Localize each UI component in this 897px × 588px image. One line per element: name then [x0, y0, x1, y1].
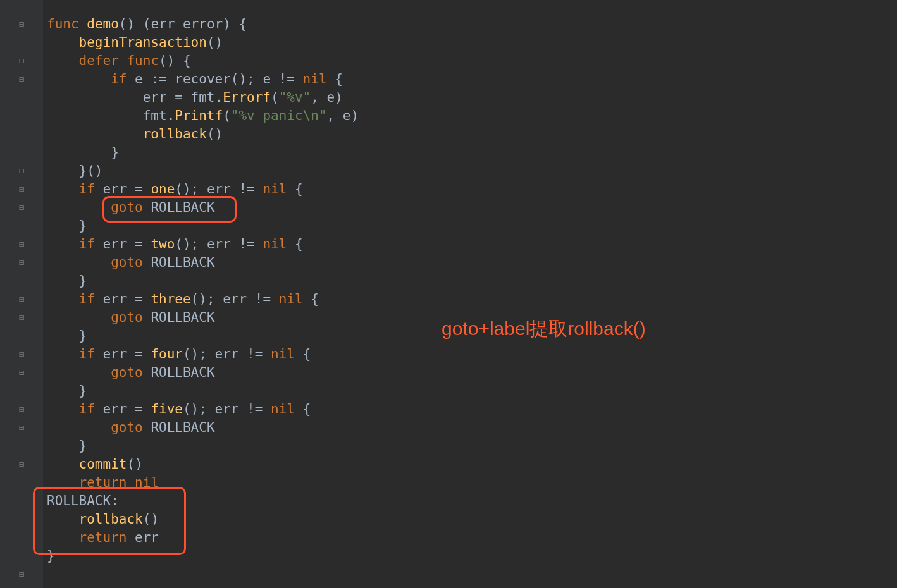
gutter: ⊟ ⊟ ⊟ ⊟ ⊟ ⊟ ⊟ ⊟ ⊟ ⊟ ⊟ ⊟ ⊟ ⊟ ⊟: [0, 0, 43, 588]
code-line[interactable]: goto ROLLBACK: [47, 364, 897, 382]
code-line[interactable]: }: [47, 217, 897, 235]
fold-icon[interactable]: ⊟: [19, 455, 24, 474]
code-line[interactable]: }: [47, 382, 897, 400]
code-line[interactable]: goto ROLLBACK: [47, 199, 897, 217]
fold-icon[interactable]: ⊟: [19, 180, 24, 199]
code-line[interactable]: if err = three(); err != nil {: [47, 290, 897, 309]
code-line[interactable]: if err = five(); err != nil {: [47, 400, 897, 419]
code-editor: ⊟ ⊟ ⊟ ⊟ ⊟ ⊟ ⊟ ⊟ ⊟ ⊟ ⊟ ⊟ ⊟ ⊟ ⊟: [0, 0, 897, 588]
fold-icon[interactable]: ⊟: [19, 309, 24, 327]
code-line[interactable]: return err: [47, 529, 897, 547]
code-line[interactable]: }: [47, 437, 897, 455]
code-line[interactable]: goto ROLLBACK: [47, 254, 897, 272]
code-line[interactable]: if err = two(); err != nil {: [47, 235, 897, 254]
code-line[interactable]: if err = one(); err != nil {: [47, 180, 897, 199]
fold-icon[interactable]: ⊟: [19, 400, 24, 419]
fold-icon[interactable]: ⊟: [19, 565, 24, 584]
fold-icon[interactable]: ⊟: [19, 254, 24, 272]
code-line[interactable]: }(): [47, 162, 897, 180]
code-line[interactable]: beginTransaction(): [47, 34, 897, 52]
fold-icon[interactable]: ⊟: [19, 15, 24, 34]
code-line[interactable]: }: [47, 272, 897, 290]
fold-icon[interactable]: ⊟: [19, 419, 24, 437]
code-line[interactable]: func demo() (err error) {: [47, 15, 897, 34]
code-line[interactable]: if err = four(); err != nil {: [47, 345, 897, 364]
code-line[interactable]: if e := recover(); e != nil {: [47, 70, 897, 89]
fold-icon[interactable]: ⊟: [19, 364, 24, 382]
fold-icon[interactable]: ⊟: [19, 345, 24, 364]
code-line[interactable]: }: [47, 547, 897, 565]
code-line[interactable]: defer func() {: [47, 52, 897, 70]
code-line[interactable]: rollback(): [47, 125, 897, 144]
code-line[interactable]: err = fmt.Errorf("%v", e): [47, 89, 897, 107]
code-area[interactable]: func demo() (err error) { beginTransacti…: [43, 0, 897, 588]
fold-icon[interactable]: ⊟: [19, 162, 24, 180]
code-line[interactable]: ROLLBACK:: [47, 492, 897, 510]
annotation-callout: goto+label提取rollback(): [442, 316, 646, 342]
code-line[interactable]: rollback(): [47, 510, 897, 529]
fold-icon[interactable]: ⊟: [19, 199, 24, 217]
fold-icon[interactable]: ⊟: [19, 290, 24, 309]
fold-icon[interactable]: ⊟: [19, 52, 24, 70]
code-line[interactable]: }: [47, 144, 897, 162]
code-line[interactable]: fmt.Printf("%v panic\n", e): [47, 107, 897, 125]
code-line[interactable]: commit(): [47, 455, 897, 474]
code-line[interactable]: goto ROLLBACK: [47, 419, 897, 437]
code-line[interactable]: return nil: [47, 474, 897, 492]
fold-icon[interactable]: ⊟: [19, 235, 24, 254]
gutter-marks: ⊟ ⊟ ⊟ ⊟ ⊟ ⊟ ⊟ ⊟ ⊟ ⊟ ⊟ ⊟ ⊟ ⊟ ⊟: [0, 15, 43, 584]
fold-icon[interactable]: ⊟: [19, 70, 24, 89]
